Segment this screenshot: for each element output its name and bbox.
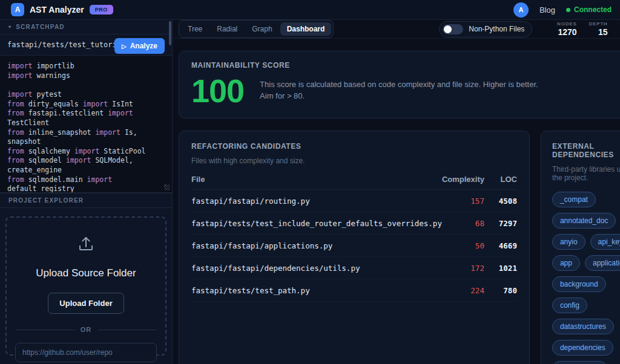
dependency-chip[interactable]: applications <box>585 255 620 271</box>
file-path: fastapi/tests/test_include_router_defaul… <box>191 219 442 228</box>
code-line: from sqlalchemy import StaticPool <box>7 147 165 157</box>
dependency-chip[interactable]: api_key <box>590 234 620 250</box>
complexity-value: 50 <box>442 241 484 250</box>
graph-stats: NODES1270DEPTH15COMPLEXITY4 <box>557 21 620 37</box>
scratchpad-code-editor[interactable]: import importlibimport warnings import p… <box>0 56 172 193</box>
connected-dot-icon <box>566 8 570 12</box>
tab-tree[interactable]: Tree <box>181 22 209 36</box>
code-line <box>7 81 165 91</box>
column-header-complexity: Complexity <box>442 175 484 184</box>
dependency-chip[interactable]: annotated_doc <box>552 213 616 229</box>
dependency-chip[interactable]: dependencies <box>552 340 613 356</box>
dependencies-title: EXTERNAL DEPENDENCIES <box>552 142 620 159</box>
project-explorer-header[interactable]: PROJECT EXPLORER <box>0 193 172 208</box>
column-header-file: File <box>191 175 442 184</box>
scratchpad-header[interactable]: ▾ SCRATCHPAD <box>0 20 172 34</box>
topbar: A AST Analyzer PRO A Blog Connected <box>0 0 620 20</box>
file-path: fastapi/fastapi/routing.py <box>191 197 442 206</box>
code-line: import warnings <box>7 71 165 81</box>
stat-depth: DEPTH15 <box>589 21 608 37</box>
github-repo-input[interactable] <box>15 343 157 362</box>
collapse-triangle-icon: ▾ <box>8 24 12 30</box>
tab-dashboard[interactable]: Dashboard <box>280 22 332 36</box>
resize-handle[interactable] <box>164 184 170 190</box>
sidebar-scrollbar[interactable] <box>169 21 171 45</box>
analyze-button-label: Analyze <box>130 42 157 50</box>
dependency-chip[interactable]: background <box>552 276 606 292</box>
code-line: from sqlmodel.main import default_regist… <box>7 175 165 193</box>
main-panel: TreeRadialGraphDashboard Non-Python File… <box>173 20 620 364</box>
upload-folder-button[interactable]: Upload Folder <box>48 293 124 314</box>
view-toolbar: TreeRadialGraphDashboard Non-Python File… <box>173 20 620 39</box>
maintainability-card: MAINTAINABILITY SCORE 100 This score is … <box>179 51 620 119</box>
app-title: AST Analyzer <box>30 5 84 15</box>
stat-nodes: NODES1270 <box>557 21 576 37</box>
column-header-loc: LOC <box>484 175 517 184</box>
refactoring-title: REFACTORING CANDIDATES <box>191 142 517 151</box>
pro-badge: PRO <box>90 5 113 15</box>
toggle-knob <box>444 25 452 33</box>
stat-label: DEPTH <box>589 21 608 27</box>
toggle-switch[interactable] <box>443 24 463 34</box>
table-row: fastapi/fastapi/dependencies/utils.py172… <box>191 257 517 279</box>
dependency-chip-list: _compatannotated_docanyioapi_keyappappli… <box>552 192 620 364</box>
loc-value: 4508 <box>484 197 517 206</box>
scratchpad-path-row: fastapi/tests/test_tutorial/test_sq ▷ An… <box>0 34 172 56</box>
maintainability-score: 100 <box>191 74 244 107</box>
complexity-value: 224 <box>442 286 484 295</box>
dashboard-content: MAINTAINABILITY SCORE 100 This score is … <box>173 39 620 364</box>
refactoring-card: REFACTORING CANDIDATES Files with high c… <box>179 131 530 364</box>
code-line: from fastapi.testclient import TestClien… <box>7 109 165 128</box>
file-path: fastapi/tests/test_path.py <box>191 286 442 295</box>
view-tabs: TreeRadialGraphDashboard <box>179 20 334 38</box>
stat-value: 1270 <box>557 27 576 37</box>
or-divider: OR <box>15 326 157 333</box>
complexity-value: 68 <box>442 219 484 228</box>
project-explorer-header-label: PROJECT EXPLORER <box>8 197 84 204</box>
file-path: fastapi/fastapi/applications.py <box>191 241 442 250</box>
file-path: fastapi/fastapi/dependencies/utils.py <box>191 264 442 273</box>
maintainability-description: This score is calculated based on code c… <box>260 79 538 102</box>
complexity-value: 157 <box>442 197 484 206</box>
code-line: import importlib <box>7 62 165 71</box>
refactoring-table-body: fastapi/fastapi/routing.py1574508fastapi… <box>191 190 517 302</box>
user-avatar[interactable]: A <box>513 2 529 18</box>
table-row: fastapi/tests/test_include_router_defaul… <box>191 212 517 235</box>
tab-graph[interactable]: Graph <box>245 22 279 36</box>
toggle-label: Non-Python Files <box>469 25 524 33</box>
analyze-button[interactable]: ▷ Analyze <box>114 38 165 54</box>
code-line: import pytest <box>7 90 165 100</box>
loc-value: 7297 <box>484 219 517 228</box>
code-line: from sqlmodel import SQLModel, create_en… <box>7 156 165 175</box>
connection-status: Connected <box>566 5 612 14</box>
dependency-chip[interactable]: anyio <box>552 234 585 250</box>
loc-value: 780 <box>484 286 517 295</box>
dependencies-card: EXTERNAL DEPENDENCIES Third-party librar… <box>541 131 620 364</box>
table-row: fastapi/tests/test_path.py224780 <box>191 279 517 302</box>
non-python-toggle[interactable]: Non-Python Files <box>439 21 532 37</box>
stat-value: 15 <box>589 27 608 37</box>
upload-dropzone[interactable]: Upload Source Folder Upload Folder OR <box>5 216 167 356</box>
upload-icon <box>77 235 95 255</box>
or-label: OR <box>81 326 92 333</box>
upload-title: Upload Source Folder <box>36 267 136 279</box>
dependency-chip[interactable]: _compat <box>552 192 596 207</box>
dependency-chip[interactable]: datastructures <box>552 319 614 334</box>
tab-radial[interactable]: Radial <box>210 22 244 36</box>
code-line: from dirty_equals import IsInt <box>7 100 165 109</box>
code-line: from inline_snapshot import Is, snapshot <box>7 128 165 147</box>
app-logo: A <box>11 3 24 16</box>
dependency-chip[interactable]: dirty_equals <box>552 361 607 364</box>
dependency-chip[interactable]: app <box>552 255 580 271</box>
maintainability-title: MAINTAINABILITY SCORE <box>191 61 620 70</box>
table-row: fastapi/fastapi/routing.py1574508 <box>191 190 517 212</box>
connection-status-label: Connected <box>574 5 612 14</box>
refactoring-table-header: File Complexity LOC <box>191 165 517 190</box>
refactoring-subtitle: Files with high complexity and size. <box>191 157 517 165</box>
dependency-chip[interactable]: config <box>552 297 587 313</box>
loc-value: 1021 <box>484 264 517 273</box>
stat-label: NODES <box>557 21 576 27</box>
table-row: fastapi/fastapi/applications.py504669 <box>191 235 517 257</box>
blog-link[interactable]: Blog <box>539 5 555 15</box>
dependencies-subtitle: Third-party libraries used in the projec… <box>552 165 620 182</box>
